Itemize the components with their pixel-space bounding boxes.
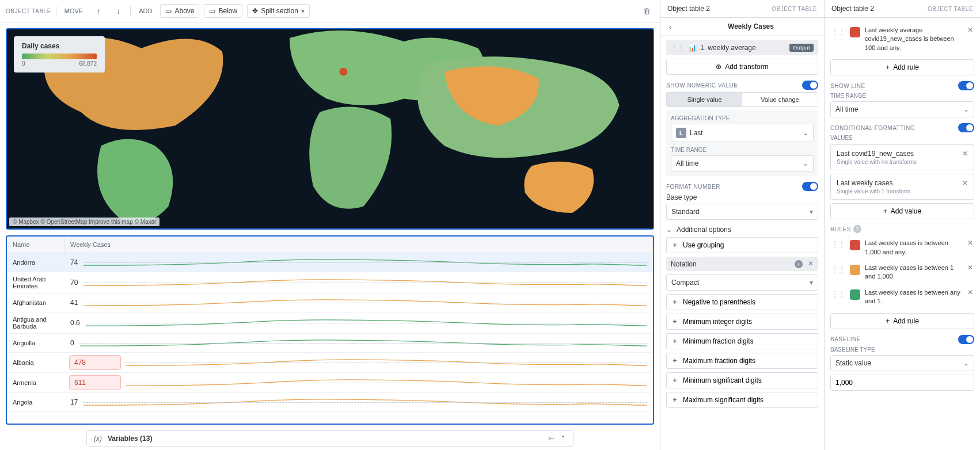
cond-format-toggle[interactable]	[958, 123, 974, 132]
time-select[interactable]: All time ⌄	[671, 155, 814, 171]
opt-maxfrac[interactable]: +Maximum fraction digits	[666, 353, 818, 369]
close-icon[interactable]: ✕	[967, 239, 973, 247]
time-range-select[interactable]: All time ⌄	[830, 101, 974, 117]
legend-title: Daily cases	[22, 42, 97, 50]
agg-select[interactable]: LLast ⌄	[671, 124, 814, 142]
rule-row[interactable]: ⋮⋮Last weekly cases is between 1,000 and…	[830, 235, 974, 260]
opt-minint[interactable]: +Minimum integer digits	[666, 314, 818, 330]
map-attribution: © Mapbox © OpenStreetMap Improve this ma…	[9, 218, 159, 226]
panel2-type: OBJECT TABLE	[772, 6, 817, 12]
opt-maxsig[interactable]: +Maximum significant digits	[666, 392, 818, 408]
notation-select[interactable]: Compact ▾	[666, 274, 818, 291]
drag-handle-icon[interactable]: ⋮⋮	[831, 241, 845, 249]
close-icon[interactable]: ✕	[967, 264, 973, 272]
plus-icon: +	[886, 317, 890, 325]
plus-icon: +	[883, 207, 887, 215]
filter-icon[interactable]: ⤚	[549, 434, 554, 443]
cell-name: Armenia	[7, 376, 64, 390]
table-row[interactable]: Antigua and Barbuda0.6	[7, 312, 653, 334]
show-line-toggle[interactable]	[958, 81, 974, 90]
world-map[interactable]: Daily cases 0 68,872 © Mapbox © OpenStre…	[6, 28, 654, 230]
rule-swatch[interactable]	[850, 240, 860, 250]
baseline-toggle[interactable]	[958, 335, 974, 344]
notation-label: Notation	[671, 260, 697, 268]
base-type-select[interactable]: Standard ▾	[666, 204, 818, 220]
opt-neg[interactable]: +Negative to parenthesis	[666, 294, 818, 310]
chevron-down-icon: ▾	[301, 7, 305, 15]
close-icon[interactable]: ✕	[967, 288, 973, 296]
drag-handle-icon[interactable]: ⋮⋮	[831, 265, 845, 273]
plus-icon: +	[671, 337, 678, 345]
caret-down-icon: ▾	[810, 208, 813, 216]
col-cases[interactable]: Weekly Cases	[64, 237, 653, 253]
chevron-up-icon[interactable]: ⌃	[560, 434, 566, 443]
drag-handle-icon[interactable]: ⋮⋮	[831, 290, 845, 298]
plus-icon: +	[671, 318, 678, 326]
cell-value: 0	[69, 336, 75, 350]
plus-circle-icon: ⊕	[716, 63, 721, 71]
rule-swatch[interactable]	[850, 265, 860, 275]
value-sub: Single value with no transforms	[837, 159, 917, 165]
rule-row[interactable]: ⋮⋮Last weekly cases is between 1 and 1,0…	[830, 260, 974, 285]
table-row[interactable]: Angola17	[7, 393, 653, 412]
value-title: Last covid19_new_cases	[837, 150, 917, 158]
transform-item[interactable]: ⋮⋮ 📊 1. weekly average Output	[666, 40, 818, 55]
col-name[interactable]: Name	[7, 237, 64, 253]
rule-swatch[interactable]	[850, 289, 860, 300]
info-icon[interactable]: i	[795, 260, 803, 268]
drag-handle-icon[interactable]: ⋮⋮	[831, 28, 845, 36]
rule-row[interactable]: ⋮⋮Last weekly cases is between any and 1…	[830, 285, 974, 310]
variables-footer[interactable]: (x) Variables (13) ⤚ ⌃	[86, 430, 573, 447]
drag-handle-icon[interactable]: ⋮⋮	[671, 44, 685, 52]
baseline-type-select[interactable]: Static value ⌄	[830, 355, 974, 371]
sparkline	[126, 354, 653, 371]
add-above-button[interactable]: ▭Above	[160, 4, 199, 18]
add-rule-button-top[interactable]: +Add rule	[830, 59, 974, 75]
seg-change[interactable]: Value change	[742, 93, 818, 106]
cell-name: Angola	[7, 395, 64, 409]
cell-name: Albania	[7, 356, 64, 369]
table-row[interactable]: Andorra74	[7, 253, 653, 272]
agg-label: AGGREGATION TYPE	[671, 115, 814, 121]
table-row[interactable]: Armenia611	[7, 373, 653, 393]
move-down-button[interactable]: ↓	[111, 3, 126, 18]
table-row[interactable]: Afghanistan41	[7, 293, 653, 312]
plus-icon: +	[671, 357, 678, 365]
additional-options-toggle[interactable]: ⌄ Additional options	[666, 226, 818, 234]
table-row[interactable]: United Arab Emirates70	[7, 272, 653, 293]
value-item[interactable]: Last weekly casesSingle value with 1 tra…	[830, 174, 974, 200]
close-icon[interactable]: ✕	[808, 260, 814, 268]
add-transform-button[interactable]: ⊕ Add transform	[666, 59, 818, 75]
split-section-button[interactable]: ✥Split section▾	[247, 4, 310, 18]
plus-icon: +	[671, 241, 678, 249]
close-icon[interactable]: ✕	[967, 26, 973, 34]
baseline-value-input[interactable]	[830, 375, 974, 391]
object-table-label: OBJECT TABLE	[6, 8, 51, 14]
rule-swatch[interactable]	[850, 27, 860, 37]
info-icon[interactable]: ?	[853, 225, 861, 233]
move-up-button[interactable]: ↑	[91, 3, 106, 18]
close-icon[interactable]: ✕	[962, 179, 968, 187]
plus-icon: +	[671, 298, 678, 306]
value-sub: Single value with 1 transform	[837, 188, 910, 195]
opt-minsig[interactable]: +Minimum significant digits	[666, 372, 818, 388]
delete-button[interactable]: 🗑	[639, 3, 654, 18]
close-icon[interactable]: ✕	[962, 150, 968, 158]
value-mode-segment[interactable]: Single value Value change	[666, 92, 818, 107]
panel3-title: Object table 2	[831, 5, 874, 13]
table-row[interactable]: Anguilla0	[7, 334, 653, 353]
value-item[interactable]: Last covid19_new_casesSingle value with …	[830, 144, 974, 170]
opt-minfrac[interactable]: +Minimum fraction digits	[666, 333, 818, 349]
show-numeric-toggle[interactable]	[802, 81, 818, 90]
add-rule-button[interactable]: +Add rule	[830, 313, 974, 329]
notation-row: Notation i ✕	[666, 257, 818, 271]
seg-single[interactable]: Single value	[667, 93, 742, 106]
table-row[interactable]: Albania478	[7, 353, 653, 373]
legend-gradient	[22, 54, 97, 59]
back-button[interactable]: ‹	[663, 19, 678, 34]
add-below-button[interactable]: ▭Below	[204, 4, 242, 18]
last-badge-icon: L	[676, 128, 686, 138]
format-number-toggle[interactable]	[802, 182, 818, 191]
add-value-button[interactable]: +Add value	[830, 203, 974, 219]
use-grouping-button[interactable]: +Use grouping	[666, 237, 818, 253]
